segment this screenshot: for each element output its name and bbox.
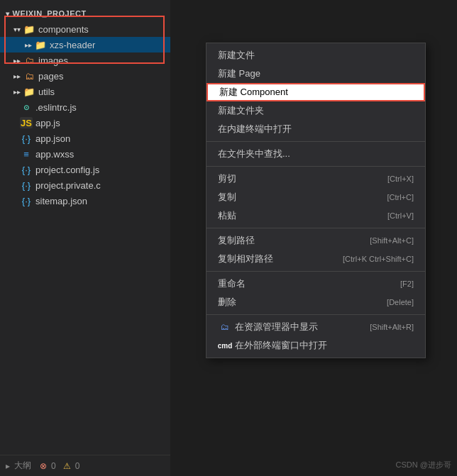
open-terminal-label: 在内建终端中打开 (218, 123, 292, 135)
find-in-folder-label: 在文件夹中查找... (218, 148, 290, 160)
warning-count: 0 (75, 461, 80, 471)
appwxss-label: app.wxss (35, 149, 74, 160)
paste-shortcut: [Ctrl+V] (387, 211, 414, 220)
cut-label: 剪切 (218, 172, 236, 185)
bottom-bar: ▸ 大纲 ⊗ 0 ⚠ 0 (0, 455, 170, 476)
delete-label: 删除 (218, 296, 236, 309)
appjs-label: app.js (35, 118, 60, 128)
project-header: ▾ WEIXIN_PROJECT (0, 6, 170, 21)
separator-1 (207, 141, 425, 142)
tree-item-utils[interactable]: ▸ 📁 utils (0, 84, 170, 99)
xzs-header-arrow: ▸ (23, 39, 34, 50)
components-label: components (38, 24, 89, 35)
tree-item-eslintrc[interactable]: ⊙ .eslintrc.js (0, 99, 170, 115)
components-folder-icon: 📁 (23, 23, 35, 35)
xzs-header-folder-icon: 📁 (34, 39, 47, 50)
eslintrc-label: .eslintrc.js (35, 102, 77, 113)
rename-label: 重命名 (218, 277, 246, 290)
appjson-icon: {·} (20, 133, 33, 144)
menu-item-delete[interactable]: 删除 [Delete] (207, 293, 425, 311)
menu-item-rename[interactable]: 重命名 [F2] (207, 275, 425, 293)
terminal-icon: cmd (218, 340, 232, 351)
menu-item-new-component[interactable]: 新建 Component (207, 83, 425, 101)
watermark-text: CSDN @进步哥 (396, 460, 451, 469)
rename-shortcut: [F2] (400, 279, 414, 288)
menu-item-open-external[interactable]: cmd 在外部终端窗口中打开 (207, 336, 425, 355)
watermark: CSDN @进步哥 (396, 460, 451, 470)
tree-item-appwxss[interactable]: ≡ app.wxss (0, 146, 170, 162)
appjson-label: app.json (35, 133, 70, 144)
outline-section: ▸ 大纲 (6, 460, 31, 472)
project-name: WEIXIN_PROJECT (13, 9, 87, 18)
components-arrow: ▾ (11, 23, 23, 35)
project-arrow[interactable]: ▾ (6, 10, 10, 18)
new-folder-label: 新建文件夹 (218, 104, 264, 117)
new-component-label: 新建 Component (219, 86, 288, 99)
menu-item-find-in-folder[interactable]: 在文件夹中查找... (207, 145, 425, 163)
copy-shortcut: [Ctrl+C] (387, 193, 414, 201)
new-file-label: 新建文件 (218, 49, 255, 62)
tree-item-sitemap[interactable]: {·} sitemap.json (0, 193, 170, 209)
separator-3 (207, 228, 425, 228)
show-in-explorer-shortcut: [Shift+Alt+R] (370, 323, 414, 331)
outline-label: 大纲 (14, 460, 31, 472)
images-label: images (38, 55, 68, 66)
new-page-label: 新建 Page (218, 67, 260, 80)
appwxss-icon: ≡ (20, 148, 33, 160)
copy-path-shortcut: [Shift+Alt+C] (370, 236, 414, 245)
paste-label: 粘贴 (218, 209, 236, 222)
copy-path-label: 复制路径 (218, 234, 255, 247)
xzs-header-label: xzs-header (50, 40, 95, 50)
separator-5 (207, 314, 425, 315)
menu-item-copy-relative-path[interactable]: 复制相对路径 [Ctrl+K Ctrl+Shift+C] (207, 250, 425, 268)
separator-2 (207, 166, 425, 167)
sidebar: ▾ WEIXIN_PROJECT ▾ 📁 components ▸ 📁 xzs-… (0, 0, 170, 476)
tree-item-appjson[interactable]: {·} app.json (0, 131, 170, 146)
menu-item-new-file[interactable]: 新建文件 (207, 46, 425, 65)
menu-item-cut[interactable]: 剪切 [Ctrl+X] (207, 170, 425, 188)
projectprivate-icon: {·} (20, 179, 33, 191)
tree-item-pages[interactable]: ▸ 🗂 pages (0, 68, 170, 84)
appjs-icon: JS (20, 117, 33, 128)
menu-item-new-folder[interactable]: 新建文件夹 (207, 101, 425, 120)
utils-arrow: ▸ (11, 86, 23, 97)
utils-label: utils (38, 87, 55, 97)
cut-shortcut: [Ctrl+X] (387, 175, 414, 183)
explorer-icon: 🗂 (218, 321, 232, 333)
expand-icon[interactable]: ▸ (6, 461, 10, 471)
pages-arrow: ▸ (11, 70, 23, 82)
context-menu: 新建文件 新建 Page 新建 Component 新建文件夹 在内建终端中打开… (206, 43, 426, 358)
projectconfig-icon: {·} (20, 164, 33, 175)
utils-folder-icon: 📁 (23, 86, 35, 97)
copy-relative-path-shortcut: [Ctrl+K Ctrl+Shift+C] (343, 255, 414, 263)
menu-item-copy[interactable]: 复制 [Ctrl+C] (207, 188, 425, 206)
warning-icon: ⚠ (63, 461, 71, 471)
menu-item-open-terminal[interactable]: 在内建终端中打开 (207, 120, 425, 138)
error-section: ⊗ 0 ⚠ 0 (40, 461, 79, 471)
error-icon: ⊗ (40, 461, 47, 471)
pages-label: pages (38, 71, 63, 82)
tree-item-xzs-header[interactable]: ▸ 📁 xzs-header (0, 37, 170, 52)
tree-item-images[interactable]: ▸ 🗂 images (0, 52, 170, 68)
delete-shortcut: [Delete] (387, 298, 414, 306)
images-folder-icon: 🗂 (23, 55, 35, 66)
sitemap-label: sitemap.json (35, 196, 87, 206)
separator-4 (207, 271, 425, 272)
tree-item-components[interactable]: ▾ 📁 components (0, 21, 170, 37)
menu-item-show-in-explorer[interactable]: 🗂 在资源管理器中显示 [Shift+Alt+R] (207, 318, 425, 336)
menu-item-copy-path[interactable]: 复制路径 [Shift+Alt+C] (207, 231, 425, 250)
open-external-label: 在外部终端窗口中打开 (235, 339, 327, 352)
projectconfig-label: project.config.js (35, 165, 99, 175)
copy-relative-path-label: 复制相对路径 (218, 253, 273, 265)
sitemap-icon: {·} (20, 195, 33, 206)
menu-item-paste[interactable]: 粘贴 [Ctrl+V] (207, 206, 425, 225)
projectprivate-label: project.private.c (35, 180, 101, 191)
error-count: 0 (51, 461, 56, 471)
tree-item-projectconfig[interactable]: {·} project.config.js (0, 162, 170, 177)
images-arrow: ▸ (11, 55, 23, 66)
tree-item-projectprivate[interactable]: {·} project.private.c (0, 177, 170, 193)
menu-item-new-page[interactable]: 新建 Page (207, 65, 425, 83)
show-in-explorer-label: 在资源管理器中显示 (235, 321, 318, 333)
copy-label: 复制 (218, 191, 236, 204)
tree-item-appjs[interactable]: JS app.js (0, 115, 170, 131)
